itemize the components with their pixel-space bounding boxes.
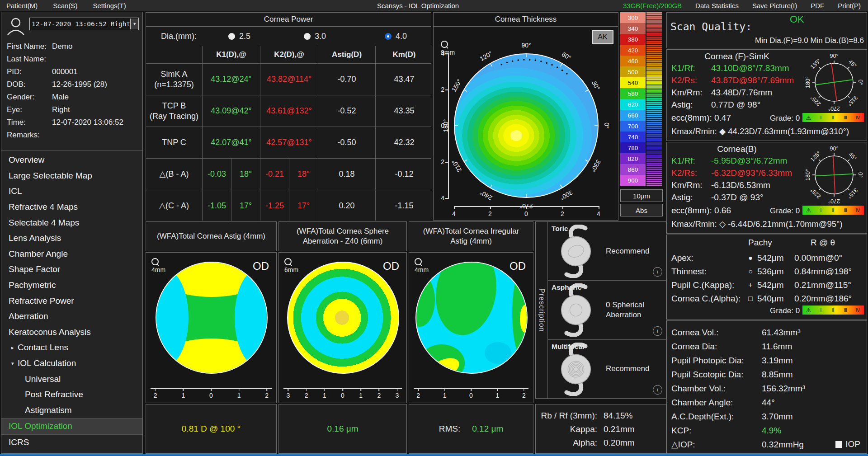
pachy-label: Thinnest: [671, 267, 744, 277]
angle-label: 270° [520, 202, 533, 210]
cornea-f-panel: Cornea (F)-SimK K1/Rf:43.10D@8°/7.83mm K… [666, 49, 867, 141]
sidebar-item-refractive-4-maps[interactable]: Refractive 4 Maps [1, 199, 142, 215]
grade-level: Ⅰ [815, 206, 827, 215]
column-header: K2(D),@ [260, 46, 318, 63]
eye-label: OD [383, 260, 399, 273]
pachy-r-theta: 0.20mm@186° [794, 294, 863, 304]
menu-scan-s[interactable]: Scan(S) [53, 2, 77, 9]
patient-info: First Name:DemoLast Name:PID:000001DOB:1… [7, 40, 139, 141]
sidebar-item-label: Shape Factor [9, 264, 60, 274]
astig-map[interactable] [156, 262, 268, 374]
info-icon[interactable]: i [653, 267, 662, 277]
field-label: Gender: [7, 93, 52, 102]
row-label: TNP C [146, 127, 202, 158]
irregular-astig-map[interactable] [415, 262, 528, 374]
menu-data-statistics[interactable]: Data Statistics [695, 2, 739, 9]
info-icon[interactable]: i [653, 385, 662, 395]
rbrf-row: Rb / Rf (3mm):84.15% [536, 409, 666, 423]
warning-triangle-icon: ⚠ [802, 306, 815, 315]
dia-option-4.0[interactable]: 4.0 [385, 32, 407, 41]
storage-status: 33GB(Free)/200GB [623, 2, 682, 9]
menu-save-picture-i[interactable]: Save Picture(I) [752, 2, 797, 9]
sidebar-item-iol-calculation[interactable]: ▾IOL Calculation [1, 356, 142, 371]
menu-pdf[interactable]: PDF [811, 2, 824, 9]
sidebar-item-icrs[interactable]: ICRS [1, 435, 142, 451]
sidebar-item-contact-lens[interactable]: ▸Contact Lens [1, 340, 142, 356]
grade-scale: ⚠ⅠⅡⅢⅣ [802, 113, 864, 122]
rbrf-value: 0.20mm [604, 438, 666, 448]
axis-tick-label: 2 [416, 392, 420, 399]
iol-card-aspheric[interactable]: Aspheric0 Spherical Aberrationi [548, 281, 666, 339]
cornea-power-title: Cornea Power [146, 13, 431, 27]
axis-tick-label: 3 [396, 392, 399, 399]
wfa2-value-box: 0.16 μm [278, 404, 407, 454]
y-tick [445, 198, 448, 199]
metric-value: 3.70mm [762, 412, 863, 422]
cornea-b-panel: Cornea(B) K1/Rf:-5.95D@3°/6.72mm K2/Rs:-… [666, 142, 867, 234]
dia-option-3.0[interactable]: 3.0 [304, 32, 326, 41]
sidebar-item-selectable-4-maps[interactable]: Selectable 4 Maps [1, 215, 142, 230]
dia-option-2.5[interactable]: 2.5 [228, 32, 250, 41]
sidebar-item-large-selectable-map[interactable]: Large Selectable Map [1, 168, 142, 184]
menu-print-p[interactable]: Print(P) [838, 2, 861, 9]
axis-tick [397, 388, 398, 391]
rms-label: RMS: [439, 424, 461, 434]
iol-card-toric[interactable]: ToricRecommendi [548, 222, 666, 281]
scale-mode-button[interactable]: Abs [620, 204, 663, 216]
scan-selector-dropdown[interactable]: 12-07-2020 13:06:52 Right ▼ [29, 18, 139, 30]
sidebar-item-pachymetric[interactable]: Pachymetric [1, 277, 142, 293]
grade-level: Ⅱ [827, 113, 839, 122]
svg-text:0°: 0° [857, 172, 863, 178]
info-icon[interactable]: i [653, 326, 662, 336]
metric-label: Pupil Photopic Dia: [671, 356, 762, 366]
rbrf-rows: Rb / Rf (3mm):84.15%Kappa:0.21mmAlpha:0.… [536, 404, 666, 450]
sidebar-item-chamber-angle[interactable]: Chamber Angle [1, 246, 142, 262]
kmax-row: Kmax/Rmin: ◇ -6.44D/6.21mm(1.70mm@95°) [671, 219, 843, 229]
k2-row: K2/Rs:-6.32D@93°/6.33mm [671, 168, 792, 178]
sidebar-item-icl[interactable]: ICL [1, 183, 142, 199]
axis-tick [418, 388, 419, 391]
ak-button[interactable]: AK [592, 30, 613, 44]
map-rim-ticks [454, 53, 599, 198]
k2-row: K2/Rs:43.87D@98°/7.69mm [671, 75, 794, 85]
magnifier-icon [284, 258, 292, 265]
min-dia-values: Min Dia.(F)=9.0 Min Dia.(B)=8.6 [755, 36, 864, 45]
sidebar-item-overview[interactable]: Overview [1, 152, 142, 168]
rbrf-label: Alpha: [536, 438, 604, 448]
scale-value: 540 [620, 77, 646, 88]
sidebar-item-post-refractive[interactable]: Post Refractive [1, 387, 142, 403]
metric-row: Chamber Angle:44° [671, 395, 863, 409]
iop-checkbox[interactable] [835, 441, 842, 448]
scale-value: 740 [620, 132, 646, 142]
pachy-row: Thinnest:○536μm0.84mm@198° [671, 265, 863, 278]
k1-row: K1/Rf:43.10D@8°/7.83mm [671, 63, 789, 73]
sidebar-item-keratoconus-analysis[interactable]: Keratoconus Analysis [1, 324, 142, 340]
window-title: Scansys - IOL Optimization [377, 2, 459, 9]
radio-icon[interactable] [385, 33, 392, 40]
metrics-rows: Cornea Vol.:61.43mm³Cornea Dia:11.6mmPup… [671, 325, 863, 451]
dropdown-arrow-icon[interactable]: ▼ [130, 19, 138, 29]
sidebar-item-shape-factor[interactable]: Shape Factor [1, 262, 142, 277]
sidebar-item-lens-analysis[interactable]: Lens Analysis [1, 230, 142, 246]
sphere-aberration-map[interactable] [287, 262, 399, 374]
axis-tick [360, 388, 361, 391]
menu-settings-t[interactable]: Settings(T) [93, 2, 126, 9]
sidebar-item-iol-optimization[interactable]: IOL Optimization [1, 418, 142, 435]
menu-patient-m[interactable]: Patient(M) [6, 2, 38, 9]
sidebar-item-label: IOL Calculation [18, 358, 76, 368]
sidebar-item-astigmatism[interactable]: Astigmatism [1, 403, 142, 418]
sidebar-item-universal[interactable]: Universal [1, 371, 142, 387]
pachy-panel: PachyR @ θ Apex:●542μm0.00mm@0°Thinnest:… [666, 235, 867, 320]
row-name: TNP C [162, 137, 186, 148]
iol-card-multifocal[interactable]: MultifocalRecommendi [548, 340, 666, 398]
cornea-thickness-panel: Cornea Thickness AK 9mm 90°120°60°150°30… [433, 12, 618, 221]
sphere-aberration-value: 0.16 μm [327, 424, 358, 434]
axis-compass: 90°45°0°315°270°225°180°135° [803, 144, 865, 206]
radio-icon[interactable] [228, 33, 235, 40]
menu-right: 33GB(Free)/200GB Data StatisticsSave Pic… [623, 2, 868, 9]
sidebar-item-aberration[interactable]: Aberration [1, 309, 142, 324]
x-tick [490, 206, 491, 209]
sidebar-item-refractive-power[interactable]: Refractive Power [1, 293, 142, 309]
row-name: △(C - A) [159, 201, 189, 211]
radio-icon[interactable] [304, 33, 311, 40]
